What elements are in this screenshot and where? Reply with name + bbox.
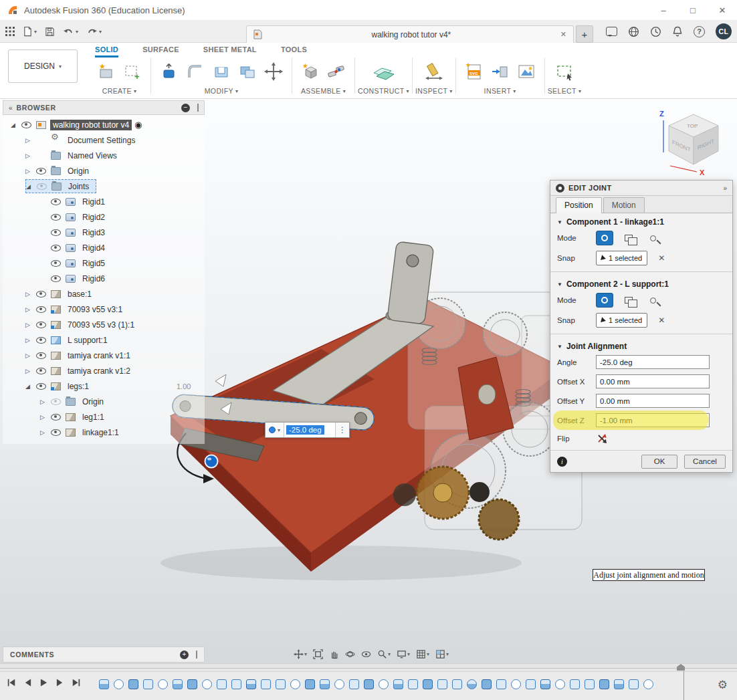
joint-feature-icon[interactable] xyxy=(614,679,624,689)
visibility-eye-icon[interactable] xyxy=(36,383,46,390)
joint-feature-icon[interactable] xyxy=(526,679,536,689)
insert-svg-icon[interactable]: SVG★ xyxy=(464,62,484,82)
browser-tree-item[interactable]: Rigid2 ◉ xyxy=(3,209,205,225)
tree-expand-arrow-icon[interactable] xyxy=(25,137,36,144)
rigid-joint-feature-icon[interactable] xyxy=(643,679,653,689)
tree-expand-arrow-icon[interactable] xyxy=(40,398,51,405)
timeline-settings-gear-icon[interactable]: ⚙ xyxy=(718,678,728,692)
sketch-feature-icon[interactable] xyxy=(246,679,256,689)
combine-icon[interactable] xyxy=(237,62,257,82)
workspace-selector-button[interactable]: DESIGN ▾ xyxy=(8,49,78,83)
tree-expand-arrow-icon[interactable] xyxy=(25,291,36,298)
component-feature-icon[interactable] xyxy=(364,679,374,689)
ok-button[interactable]: OK xyxy=(641,455,677,469)
fillet-icon[interactable] xyxy=(185,62,205,82)
look-at-button[interactable] xyxy=(359,648,373,661)
tree-expand-arrow-icon[interactable] xyxy=(40,414,51,421)
extrude-feature-icon[interactable] xyxy=(290,679,300,689)
sketch-feature-icon[interactable] xyxy=(496,679,506,689)
tree-expand-arrow-icon[interactable] xyxy=(25,368,36,374)
joint-feature-icon[interactable] xyxy=(437,679,447,689)
tree-expand-arrow-icon[interactable] xyxy=(25,337,36,344)
document-tab[interactable]: walking robot tutor v4* ✕ xyxy=(246,25,574,43)
browser-tree-item[interactable]: 70093 v55 v3 (1):1 ◉ xyxy=(3,317,205,332)
browser-tree-item[interactable]: Rigid6 ◉ xyxy=(3,271,205,286)
help-icon[interactable]: ? xyxy=(694,26,705,37)
move-copy-icon[interactable] xyxy=(264,62,284,82)
minimize-button[interactable]: – xyxy=(649,0,678,20)
grid-settings-button[interactable]: ▾ xyxy=(414,648,431,661)
browser-tree-item[interactable]: linkage1:1 ◉ xyxy=(3,425,205,440)
tab-position[interactable]: Position xyxy=(556,197,602,213)
pan-tool-button[interactable]: ▾ xyxy=(292,648,309,661)
fit-view-button[interactable] xyxy=(311,648,325,661)
browser-tree-item[interactable]: walking robot tutor v4 ◉ xyxy=(3,117,205,132)
component-feature-icon[interactable] xyxy=(261,679,271,689)
activate-target-icon[interactable]: ◉ xyxy=(134,120,142,130)
tree-expand-arrow-icon[interactable] xyxy=(11,122,21,128)
collapse-panel-icon[interactable]: « xyxy=(9,104,13,112)
tab-sheet-metal[interactable]: SHEET METAL xyxy=(203,43,257,57)
tab-tools[interactable]: TOOLS xyxy=(281,43,307,57)
undo-button[interactable]: ▾ xyxy=(63,27,78,36)
browser-tree-item[interactable]: Rigid5 ◉ xyxy=(3,255,205,271)
browser-tree-item[interactable]: L support:1 ◉ xyxy=(3,332,205,348)
measure-icon[interactable] xyxy=(424,62,444,82)
component1-clear-selection-icon[interactable]: ✕ xyxy=(658,253,665,263)
tree-expand-arrow-icon[interactable] xyxy=(25,352,36,359)
visibility-eye-icon[interactable] xyxy=(51,275,61,282)
user-avatar[interactable]: CL xyxy=(716,23,732,39)
mode-simple-button[interactable] xyxy=(596,293,613,308)
group-label-inspect[interactable]: INSPECT xyxy=(415,87,447,95)
visibility-eye-icon[interactable] xyxy=(51,260,61,267)
tab-surface[interactable]: SURFACE xyxy=(142,43,179,57)
joint-feature-icon[interactable] xyxy=(202,679,212,689)
visibility-eye-icon[interactable] xyxy=(21,122,31,128)
angle-value-field[interactable]: -25.0 deg xyxy=(284,423,335,437)
browser-tree-item[interactable]: Document Settings ◉ xyxy=(3,132,205,148)
display-settings-button[interactable]: ▾ xyxy=(395,648,412,661)
tree-expand-arrow-icon[interactable] xyxy=(25,383,36,390)
save-button[interactable] xyxy=(45,27,55,37)
comments-bar[interactable]: COMMENTS + xyxy=(3,647,205,663)
browser-tree-item[interactable]: Origin ◉ xyxy=(3,394,205,409)
offset-z-input[interactable] xyxy=(596,413,710,427)
tree-expand-arrow-icon[interactable] xyxy=(25,322,36,328)
viewports-button[interactable]: ▾ xyxy=(433,648,451,661)
timeline-scrub-track[interactable] xyxy=(0,663,737,671)
skip-to-end-button[interactable] xyxy=(72,678,81,687)
zoom-window-button[interactable]: ▾ xyxy=(375,648,393,661)
angle-input[interactable] xyxy=(596,355,710,369)
pan-hand-button[interactable] xyxy=(327,648,341,661)
clock-icon[interactable] xyxy=(650,26,661,37)
visibility-eye-icon[interactable] xyxy=(51,199,61,205)
component-feature-icon[interactable] xyxy=(217,679,227,689)
group-label-construct[interactable]: CONSTRUCT xyxy=(358,87,405,95)
joint-feature-icon[interactable] xyxy=(128,679,138,689)
component-feature-icon[interactable] xyxy=(467,679,477,689)
component2-clear-selection-icon[interactable]: ✕ xyxy=(658,316,665,325)
orbit-button[interactable] xyxy=(343,648,357,661)
visibility-eye-icon[interactable] xyxy=(36,306,46,313)
close-button[interactable]: ✕ xyxy=(708,0,737,20)
joint-feature-icon[interactable] xyxy=(143,679,153,689)
joint-feature-icon[interactable] xyxy=(276,679,286,689)
cancel-button[interactable]: Cancel xyxy=(684,455,726,469)
select-box-icon[interactable] xyxy=(554,62,574,82)
joint-feature-icon[interactable] xyxy=(393,679,403,689)
component-feature-icon[interactable] xyxy=(158,679,168,689)
mode-joint-origin-button[interactable] xyxy=(644,231,661,245)
visibility-eye-icon[interactable] xyxy=(51,229,61,236)
joint-type-dropdown[interactable]: ▾ xyxy=(266,423,284,437)
extrude-feature-icon[interactable] xyxy=(187,679,197,689)
extrude-feature-icon[interactable] xyxy=(379,679,389,689)
mode-between-faces-button[interactable] xyxy=(620,231,637,245)
skip-to-start-button[interactable] xyxy=(7,678,16,687)
component-feature-icon[interactable] xyxy=(305,679,315,689)
browser-tree-item[interactable]: Rigid1 ◉ xyxy=(3,194,205,209)
sketch-feature-icon[interactable] xyxy=(173,679,183,689)
play-button[interactable] xyxy=(39,678,48,687)
visibility-eye-icon[interactable] xyxy=(36,291,46,298)
mode-between-faces-button[interactable] xyxy=(620,293,637,308)
tree-expand-arrow-icon[interactable] xyxy=(25,152,36,159)
